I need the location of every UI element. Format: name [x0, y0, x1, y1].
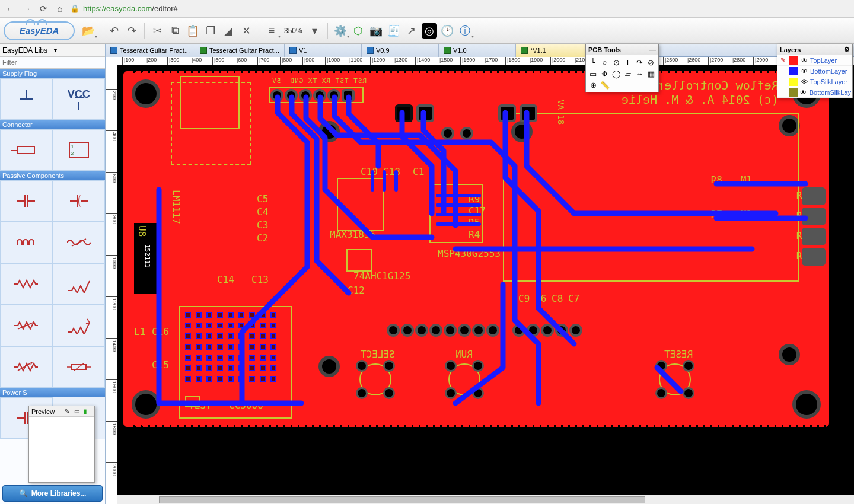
track-tool-icon[interactable]: ┕ [588, 57, 598, 68]
libs-dropdown[interactable]: EasyEDA Libs ▼ [0, 44, 105, 57]
component-cap-pol[interactable] [53, 180, 106, 222]
via-tool-icon[interactable]: ⊙ [611, 57, 622, 68]
nav-back-icon[interactable]: ← [4, 2, 17, 15]
duplicate-icon[interactable]: ❐ [203, 23, 218, 39]
main-toolbar: EasyEDA 📂 ↶ ↷ ✂ ⧉ 📋 ❐ ◢ ✕ ≡ 350% ▾ ⚙️ ⬡ … [0, 18, 854, 44]
button-run-footprint [447, 362, 482, 397]
cut-icon[interactable]: ✂ [149, 23, 165, 39]
eye-icon[interactable]: 👁 [800, 68, 808, 75]
undo-icon[interactable]: ↶ [106, 23, 122, 39]
component-pot[interactable] [0, 346, 53, 388]
component-cap[interactable] [0, 180, 53, 222]
align-icon[interactable]: ≡ [264, 23, 279, 39]
arc-tool-icon[interactable]: ↷ [634, 57, 645, 68]
mount-hole [322, 359, 336, 374]
category-passive[interactable]: Passive Components [0, 171, 105, 180]
eye-icon[interactable]: 👁 [800, 78, 808, 85]
component-vcc[interactable]: VCC [53, 78, 106, 120]
image-tool-icon[interactable]: ▦ [646, 68, 657, 79]
silk-c13: C13 [251, 274, 269, 285]
layer-row[interactable]: ✎ 👁 TopLayer [777, 55, 852, 66]
component-res-diag[interactable] [53, 263, 106, 305]
filter-input[interactable] [2, 57, 103, 68]
origin-tool-icon[interactable]: ⊕ [588, 79, 598, 90]
gear-icon[interactable]: ⚙️ [333, 23, 348, 39]
document-tab[interactable]: V1.0 [439, 44, 516, 57]
component-res-var1[interactable] [0, 305, 53, 346]
info-icon[interactable]: ⓘ [457, 23, 473, 39]
delete-icon[interactable]: ✕ [238, 23, 254, 39]
resistor-var2-icon [67, 317, 91, 334]
easyeda-logo[interactable]: EasyEDA [4, 21, 75, 40]
document-tab[interactable]: Tesseract Guitar Pract... [195, 44, 285, 57]
silk-c14: C14 [217, 274, 234, 285]
component-conn-1[interactable] [0, 129, 53, 171]
dimension-tool-icon[interactable]: ↔ [634, 68, 645, 79]
zoom-down-icon[interactable]: ▾ [307, 23, 323, 39]
sch-icon [110, 47, 117, 54]
nav-fwd-icon[interactable]: → [20, 2, 33, 15]
battery-icon[interactable]: ▮ [84, 408, 92, 415]
tab-label: Tesseract Guitar Pract... [209, 47, 279, 54]
measure-tool-icon[interactable]: 📏 [600, 79, 610, 90]
document-tab[interactable]: V0.9 [362, 44, 439, 57]
mount-hole [796, 394, 817, 415]
package-icon[interactable]: ▭ [74, 408, 82, 415]
eraser-icon[interactable]: ◢ [221, 23, 236, 39]
silk-box [180, 76, 240, 129]
silk-c7: C7 [568, 293, 579, 304]
text-tool-icon[interactable]: T [623, 57, 633, 68]
layer-row[interactable]: 👁 BottomLayer [777, 66, 852, 76]
copy-icon[interactable]: ⧉ [167, 23, 183, 39]
pcb-canvas[interactable]: Reflow Controller 1.0 (c) 2014 A. & M. H… [117, 65, 854, 504]
category-power[interactable]: Power S [0, 388, 105, 397]
button-select-footprint [358, 362, 393, 397]
tab-label: V1 [299, 47, 307, 54]
gear-icon[interactable]: ⚙ [844, 46, 850, 53]
history-icon[interactable]: 🕑 [439, 23, 455, 39]
steam-icon[interactable]: ◎ [422, 23, 437, 39]
eye-icon[interactable]: 👁 [800, 57, 808, 64]
component-ind-arrow[interactable] [53, 222, 106, 263]
silk-c8: C8 [552, 293, 563, 304]
nav-home-icon[interactable]: ⌂ [53, 2, 66, 15]
pencil-icon[interactable]: ✎ [65, 408, 73, 415]
horizontal-scrollbar[interactable] [117, 495, 854, 504]
component-conn-2[interactable]: 12 [53, 129, 106, 171]
silk-74ahc: 74AHC1G125 [353, 270, 410, 282]
document-tab[interactable]: *V1.1 [516, 44, 593, 57]
document-tab[interactable]: Tesseract Guitar Pract... [106, 44, 195, 57]
silk-c18: C18 [383, 166, 400, 177]
category-supply-flag[interactable]: Supply Flag [0, 69, 105, 78]
open-icon[interactable]: 📂 [81, 23, 96, 39]
paste-icon[interactable]: 📋 [185, 23, 200, 39]
polygon-tool-icon[interactable]: ▱ [623, 68, 633, 79]
preview-title: Preview [31, 408, 63, 415]
export-icon[interactable]: ↗ [404, 23, 419, 39]
category-connector[interactable]: Connector [0, 120, 105, 129]
layer-row[interactable]: 👁 BottomSilkLay [777, 87, 852, 98]
component-res-zig[interactable] [0, 263, 53, 305]
document-tab[interactable]: V1 [285, 44, 362, 57]
camera-icon[interactable]: 📷 [368, 23, 384, 39]
minimize-icon[interactable]: — [649, 46, 656, 53]
move-tool-icon[interactable]: ✥ [600, 68, 610, 79]
nav-reload-icon[interactable]: ⟳ [37, 2, 50, 15]
more-libraries-button[interactable]: 🔍 More Libraries... [2, 485, 103, 502]
pad-tool-icon[interactable]: ○ [600, 57, 610, 68]
redo-icon[interactable]: ↷ [124, 23, 139, 39]
circle-tool-icon[interactable]: ◯ [611, 68, 622, 79]
url-text[interactable]: https://easyeda.com/editor# [83, 4, 850, 13]
component-ind[interactable] [0, 222, 53, 263]
rect-tool-icon[interactable]: ▭ [588, 68, 598, 79]
component-gnd[interactable] [0, 78, 53, 120]
hole-tool-icon[interactable]: ⊘ [646, 57, 657, 68]
layer-row[interactable]: 👁 TopSilkLayer [777, 76, 852, 87]
component-res-var2[interactable] [53, 305, 106, 346]
eye-icon[interactable]: 👁 [799, 89, 808, 96]
share-icon[interactable]: ⬡ [350, 23, 366, 39]
ruler-corner [106, 57, 117, 65]
zoom-label[interactable]: 350% [284, 27, 302, 35]
bom-icon[interactable]: 🧾 [386, 23, 401, 39]
component-varistor[interactable] [53, 346, 106, 388]
